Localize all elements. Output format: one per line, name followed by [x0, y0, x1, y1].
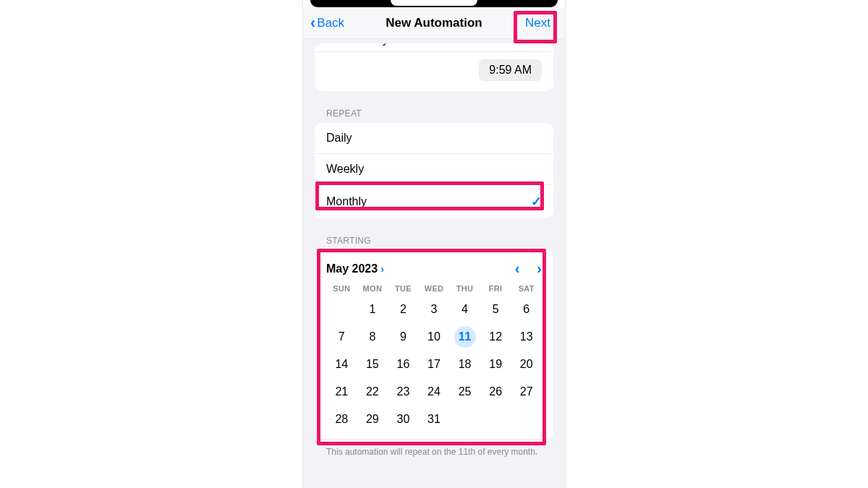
calendar-day-number: 26	[489, 385, 502, 398]
calendar-day-number: 31	[427, 413, 441, 426]
calendar-day[interactable]: 10	[419, 326, 450, 348]
calendar-day-number: 19	[489, 358, 502, 371]
calendar-day[interactable]: 18	[449, 354, 480, 375]
repeat-option-weekly[interactable]: Weekly	[315, 153, 553, 184]
status-bar	[303, 0, 565, 7]
calendar-day[interactable]: 5	[480, 299, 511, 320]
calendar-dow: WED	[419, 284, 450, 293]
calendar-day-number: 17	[427, 358, 441, 371]
calendar-day-number: 9	[400, 330, 407, 343]
calendar-day[interactable]: 12	[480, 326, 511, 348]
calendar-day[interactable]: 31	[419, 408, 450, 430]
calendar-day[interactable]: 1	[357, 299, 388, 320]
calendar-dow: SUN	[326, 284, 357, 293]
calendar-empty	[326, 299, 357, 320]
calendar-day[interactable]: 24	[419, 381, 450, 403]
calendar-day[interactable]: 25	[449, 381, 480, 403]
calendar-day[interactable]: 29	[357, 408, 388, 430]
month-picker[interactable]: May 2023 ›	[326, 262, 384, 275]
calendar-day-number: 20	[520, 358, 533, 371]
calendar-day[interactable]: 19	[480, 354, 511, 375]
time-of-day-card: Time of Day 9:59 AM	[315, 43, 553, 91]
calendar-day[interactable]: 14	[326, 354, 357, 375]
calendar-day[interactable]: 6	[511, 299, 542, 320]
repeat-option-daily[interactable]: Daily	[315, 123, 553, 153]
time-picker-chip[interactable]: 9:59 AM	[479, 59, 542, 81]
next-button[interactable]: Next	[519, 13, 556, 33]
calendar-day-number: 4	[461, 303, 468, 316]
calendar-day[interactable]: 17	[419, 354, 450, 375]
calendar-day[interactable]: 22	[357, 381, 388, 403]
month-label: May 2023	[326, 262, 378, 275]
next-month-button[interactable]: ›	[537, 260, 542, 277]
content-scroll[interactable]: Time of Day 9:59 AM REPEAT DailyWeeklyMo…	[303, 39, 565, 484]
time-of-day-label-row: Time of Day	[315, 43, 553, 52]
back-label: Back	[317, 16, 344, 30]
calendar-day-number: 11	[454, 326, 476, 348]
calendar-day-number: 5	[493, 303, 499, 316]
calendar-day[interactable]: 23	[388, 381, 419, 403]
calendar-day-number: 14	[335, 358, 348, 371]
calendar-day[interactable]: 28	[326, 408, 357, 430]
calendar-card: May 2023 › ‹ › SUNMONTUEWEDTHUFRISAT1234…	[315, 250, 553, 439]
repeat-option-label: Daily	[326, 132, 352, 145]
calendar-day[interactable]: 4	[449, 299, 480, 320]
phone-frame: ‹ Back New Automation Next Time of Day 9…	[302, 0, 566, 488]
repeat-option-monthly[interactable]: Monthly✓	[315, 184, 553, 218]
calendar-day[interactable]: 2	[388, 299, 419, 320]
calendar-day-number: 12	[489, 330, 502, 343]
calendar-day-number: 13	[520, 330, 533, 343]
prev-month-button[interactable]: ‹	[515, 260, 520, 277]
calendar-day-number: 27	[520, 385, 533, 398]
repeat-option-label: Weekly	[326, 163, 364, 176]
calendar-day[interactable]: 20	[511, 354, 542, 375]
calendar-dow: MON	[357, 284, 388, 293]
repeat-list: DailyWeeklyMonthly✓	[315, 123, 553, 218]
calendar-day[interactable]: 21	[326, 381, 357, 403]
checkmark-icon: ✓	[531, 194, 542, 210]
calendar-nav: ‹ ›	[515, 260, 542, 277]
calendar-day[interactable]: 3	[419, 299, 450, 320]
chevron-left-icon: ‹	[310, 15, 315, 31]
back-button[interactable]: ‹ Back	[310, 15, 344, 31]
calendar-grid: SUNMONTUEWEDTHUFRISAT1234567891011121314…	[326, 284, 542, 430]
calendar-dow: SAT	[511, 284, 542, 293]
chevron-right-icon: ›	[380, 263, 384, 275]
calendar-day[interactable]: 8	[357, 326, 388, 348]
calendar-day[interactable]: 26	[480, 381, 511, 403]
time-value: 9:59 AM	[489, 64, 532, 76]
calendar-day-number: 30	[397, 413, 410, 426]
calendar-dow: THU	[449, 284, 480, 293]
calendar-day-number: 7	[339, 330, 345, 343]
calendar-day-number: 22	[366, 385, 379, 398]
calendar-day-number: 6	[523, 303, 529, 316]
calendar-day-number: 25	[459, 385, 472, 398]
calendar-day-number: 1	[369, 303, 375, 316]
calendar-day[interactable]: 30	[388, 408, 419, 430]
calendar-day[interactable]: 13	[511, 326, 542, 348]
calendar-day-number: 16	[397, 358, 410, 371]
repeat-option-label: Monthly	[326, 195, 367, 208]
next-label: Next	[525, 16, 550, 30]
calendar-day[interactable]: 7	[326, 326, 357, 348]
calendar-day-number: 10	[427, 330, 441, 343]
sheet-grabber	[391, 0, 477, 6]
calendar-day-number: 18	[459, 358, 472, 371]
calendar-day-number: 8	[369, 330, 375, 343]
calendar-day-number: 21	[335, 385, 348, 398]
starting-section-header: STARTING	[326, 236, 542, 246]
calendar-day-number: 29	[366, 413, 379, 426]
time-chip-row: 9:59 AM	[315, 52, 553, 81]
calendar-day-number: 24	[427, 385, 441, 398]
repeat-footnote: This automation will repeat on the 11th …	[326, 446, 542, 458]
calendar-dow: TUE	[388, 284, 419, 293]
calendar-day[interactable]: 11	[449, 326, 480, 348]
calendar-day[interactable]: 27	[511, 381, 542, 403]
time-of-day-label: Time of Day	[326, 43, 388, 46]
page-title: New Automation	[386, 16, 482, 30]
calendar-day[interactable]: 16	[388, 354, 419, 375]
calendar-day[interactable]: 15	[357, 354, 388, 375]
calendar-day[interactable]: 9	[388, 326, 419, 348]
calendar-day-number: 2	[400, 303, 407, 316]
navigation-bar: ‹ Back New Automation Next	[303, 7, 565, 39]
